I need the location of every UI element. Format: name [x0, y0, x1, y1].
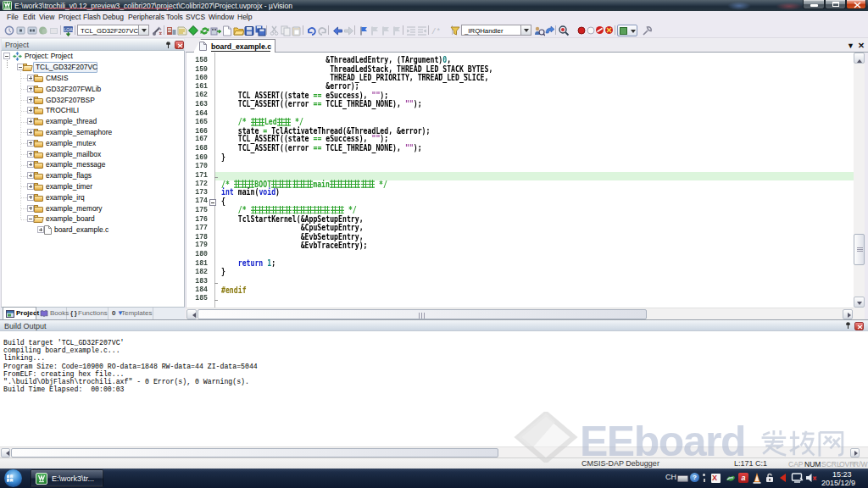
svg-text:LOAD: LOAD	[64, 27, 75, 32]
svg-text:/* */: /* */	[431, 28, 441, 36]
